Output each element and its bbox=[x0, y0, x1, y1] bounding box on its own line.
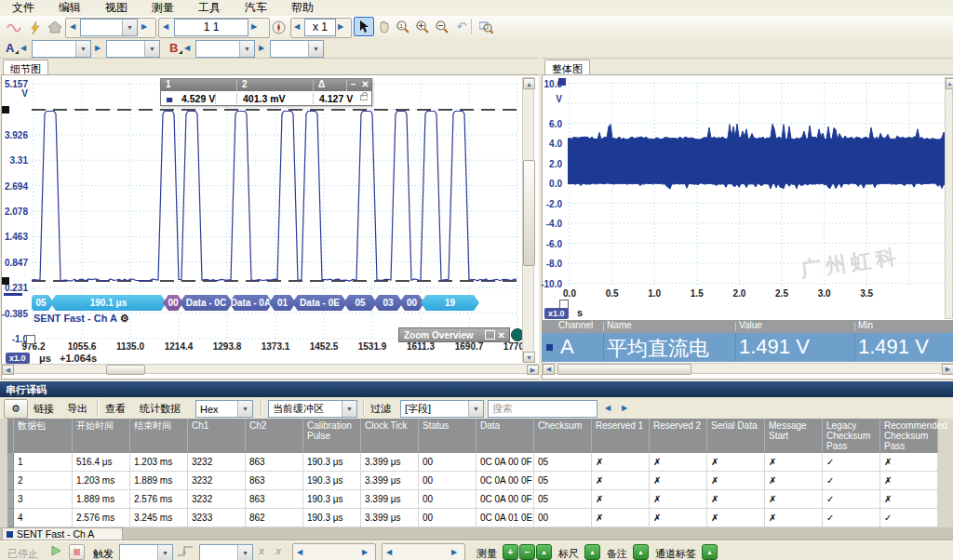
zoom-overview-window[interactable]: Zoom Overview ✕ bbox=[398, 327, 510, 342]
channel-a-next-icon[interactable]: ▶ bbox=[95, 45, 101, 52]
zoom-up-icon[interactable]: ▶ bbox=[338, 23, 343, 31]
vscroll-thumb[interactable] bbox=[523, 160, 535, 266]
field-combo[interactable]: [字段]▼ bbox=[400, 400, 484, 418]
hscroll-thumb[interactable] bbox=[106, 365, 145, 375]
gear-icon[interactable]: ⚙ bbox=[120, 313, 129, 324]
search-next-icon[interactable]: ▶ bbox=[622, 405, 627, 412]
zoom-overview-button[interactable] bbox=[476, 17, 496, 36]
column-header-8[interactable]: Data bbox=[476, 419, 534, 453]
next-arrow-icon[interactable]: ▶ bbox=[141, 23, 147, 31]
decode-segment-9[interactable]: 00 bbox=[399, 295, 424, 311]
ruler1-handle[interactable] bbox=[2, 106, 9, 113]
channel-b-prev-icon[interactable]: ◀ bbox=[184, 45, 190, 52]
channel-b-range-combo[interactable]: ▼ bbox=[195, 40, 255, 58]
buffer-combo[interactable]: 当前缓冲区▼ bbox=[268, 400, 357, 418]
decode-settings-button[interactable]: ⚙ bbox=[4, 399, 28, 419]
zoom-down-icon[interactable]: ◀ bbox=[294, 23, 300, 31]
scroll-left-icon[interactable]: ◀ bbox=[543, 364, 555, 375]
column-header-4[interactable]: Ch2 bbox=[246, 419, 303, 453]
hscroll-thumb[interactable] bbox=[557, 364, 691, 375]
posttrigger-spinner[interactable]: ◀ ▶ bbox=[382, 543, 465, 560]
trigger-marker-icon[interactable]: x bbox=[259, 545, 264, 556]
column-header-0[interactable]: 数据包 bbox=[14, 419, 73, 453]
trigger-marker2-icon[interactable]: x bbox=[275, 545, 281, 556]
decode-segment-6[interactable]: Data - 0E bbox=[292, 295, 347, 311]
start-button[interactable] bbox=[50, 545, 61, 558]
menu-item-4[interactable]: 工具 bbox=[186, 0, 233, 16]
channel-a-prev-icon[interactable]: ◀ bbox=[20, 45, 26, 52]
x-axis-handle[interactable] bbox=[26, 335, 35, 344]
spin-left-icon[interactable]: ◀ bbox=[297, 549, 302, 556]
pretrigger-spinner[interactable]: ◀ ▶ bbox=[292, 543, 376, 560]
detail-hscrollbar[interactable]: ◀ ▶ bbox=[1, 364, 538, 374]
decode-segment-10[interactable]: 19 bbox=[421, 295, 479, 311]
decode-segment-5[interactable]: 01 bbox=[269, 295, 296, 311]
column-header-2[interactable]: 结束时间 bbox=[130, 419, 188, 453]
column-header-5[interactable]: Calibration Pulse bbox=[303, 419, 361, 453]
ruler-button[interactable]: ▲ bbox=[584, 544, 600, 560]
column-header-11[interactable]: Reserved 2 bbox=[650, 419, 707, 453]
column-header-13[interactable]: Message Start bbox=[765, 419, 823, 453]
detail-vscrollbar[interactable]: ▲ ▼ bbox=[522, 77, 534, 362]
pan-tool-button[interactable] bbox=[373, 17, 394, 36]
trigger-mode-combo[interactable]: ▼ bbox=[119, 544, 173, 560]
prev-arrow-icon[interactable]: ◀ bbox=[70, 23, 75, 31]
link-button[interactable]: 链接 bbox=[34, 402, 54, 416]
column-header-3[interactable]: Ch1 bbox=[188, 419, 246, 453]
remove-measurement-button[interactable]: − bbox=[519, 544, 535, 560]
channel-a-menu[interactable]: A bbox=[6, 41, 14, 55]
undo-zoom-button[interactable]: ↶ bbox=[451, 17, 472, 36]
format-combo[interactable]: Hex▼ bbox=[195, 400, 253, 418]
trigger-edge-button[interactable] bbox=[177, 545, 194, 559]
channel-b-next-icon[interactable]: ▶ bbox=[259, 45, 264, 52]
decode-segment-7[interactable]: 05 bbox=[343, 295, 377, 311]
measurement-row[interactable]: A 平均直流电 1.491 V 1.491 V bbox=[542, 333, 953, 362]
close-icon[interactable]: ✕ bbox=[359, 79, 371, 91]
column-header-15[interactable]: Recommended Checksum Pass bbox=[880, 419, 938, 453]
view-button[interactable]: 查看 bbox=[105, 402, 126, 416]
filter-button[interactable]: 过滤 bbox=[370, 402, 391, 416]
menu-item-6[interactable]: 帮助 bbox=[279, 0, 326, 16]
column-header-14[interactable]: Legacy Checksum Pass bbox=[823, 419, 880, 453]
home-button[interactable] bbox=[45, 18, 65, 37]
view-select-combo[interactable]: ▼ bbox=[80, 19, 138, 36]
overview-hscrollbar[interactable]: ◀ ▶ bbox=[542, 363, 953, 374]
column-header-7[interactable]: Status bbox=[419, 419, 476, 453]
export-button[interactable]: 导出 bbox=[67, 402, 87, 416]
decode-segment-8[interactable]: 03 bbox=[373, 295, 403, 311]
restore-icon[interactable] bbox=[485, 330, 495, 340]
stop-button[interactable] bbox=[69, 544, 85, 560]
scroll-up-icon[interactable]: ▲ bbox=[946, 78, 953, 89]
close-icon[interactable]: ✕ bbox=[498, 330, 505, 340]
quick-measure-button[interactable] bbox=[24, 18, 45, 37]
zoom-out-button[interactable] bbox=[432, 17, 452, 36]
minimize-icon[interactable]: – bbox=[347, 79, 359, 91]
channel-b-menu[interactable]: B bbox=[169, 41, 178, 55]
buffer-prev-icon[interactable]: ◀ bbox=[163, 23, 168, 31]
add-measurement-button[interactable]: + bbox=[503, 544, 518, 560]
decode-segment-1[interactable]: 190.1 μs bbox=[50, 295, 167, 311]
scroll-up-icon[interactable]: ▲ bbox=[523, 78, 535, 89]
statistics-button[interactable]: 统计数据 bbox=[140, 402, 181, 416]
edit-measurement-button[interactable]: ▲ bbox=[536, 544, 552, 560]
menu-item-5[interactable]: 汽车 bbox=[233, 0, 279, 16]
column-header-10[interactable]: Reserved 1 bbox=[592, 419, 650, 453]
scroll-down-icon[interactable]: ▼ bbox=[523, 352, 535, 363]
tab-detail-view[interactable]: 细节图 bbox=[3, 60, 48, 75]
ruler-legend[interactable]: 1 2 Δ – ✕ 4.529 V 401.3 mV 4.127 V bbox=[160, 78, 372, 106]
channel-a-coupling-combo[interactable]: ▼ bbox=[106, 40, 160, 58]
lock-icon[interactable] bbox=[360, 95, 368, 100]
channel-labels-button[interactable]: ▲ bbox=[702, 544, 718, 560]
column-header-9[interactable]: Checksum bbox=[534, 419, 592, 453]
search-input[interactable]: 搜索 bbox=[488, 400, 597, 418]
scroll-right-icon[interactable]: ▶ bbox=[942, 364, 953, 375]
column-header-1[interactable]: 开始时间 bbox=[73, 419, 130, 453]
decode-segment-4[interactable]: Data - 0A bbox=[229, 295, 273, 311]
search-prev-icon[interactable]: ◀ bbox=[605, 405, 611, 412]
waveform-view-button[interactable] bbox=[4, 18, 24, 37]
ruler2-handle[interactable] bbox=[2, 277, 9, 285]
spin-right-icon[interactable]: ▶ bbox=[451, 549, 457, 556]
scroll-right-icon[interactable]: ▶ bbox=[527, 365, 539, 375]
tab-overview[interactable]: 整体图 bbox=[544, 60, 590, 75]
overview-vscrollbar[interactable]: ▲ bbox=[945, 77, 953, 319]
